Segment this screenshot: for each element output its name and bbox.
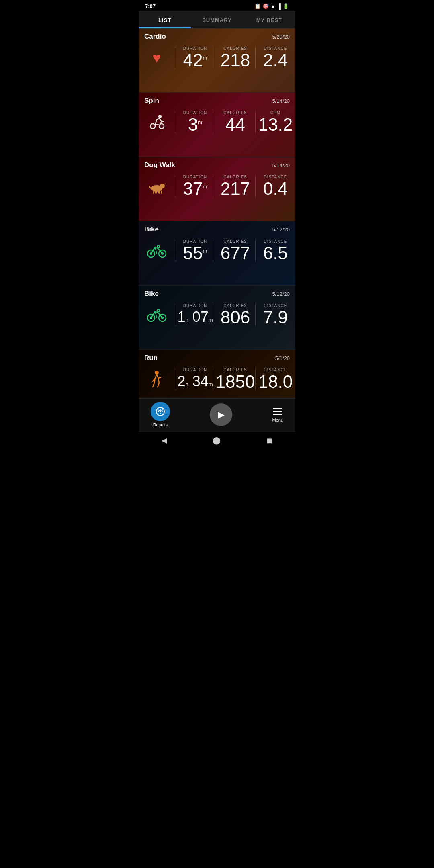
activity-icon-spin: [139, 111, 175, 133]
location-icon: 🎯: [262, 3, 269, 9]
menu-icon: [273, 407, 282, 416]
activity-icon-run: [139, 368, 175, 391]
activity-name-run: Run: [144, 354, 158, 362]
stat-calories-spin: CALORIES 44: [215, 111, 255, 133]
svg-point-19: [155, 371, 159, 375]
stat-distance-bike1: DISTANCE 6.5: [255, 239, 295, 262]
stat-duration-dogwalk: DURATION 37m: [175, 175, 215, 198]
activity-name-bike1: Bike: [144, 225, 159, 233]
stat-duration-run: DURATION 2h 34m: [175, 368, 215, 391]
stat-cpm-spin: CPM 13.2: [255, 111, 295, 133]
android-nav-bar: ◀ ⬤ ◼: [139, 432, 295, 450]
stat-duration-bike1: DURATION 55m: [175, 239, 215, 262]
tab-summary[interactable]: SUMMARY: [191, 11, 243, 28]
stat-calories-bike2: CALORIES 806: [215, 303, 255, 326]
activity-icon-bike1: [139, 239, 175, 262]
stat-duration-bike2: DURATION 1h 07m: [175, 303, 215, 326]
svg-point-0: [158, 115, 162, 118]
stat-distance-dogwalk: DISTANCE 0.4: [255, 175, 295, 198]
status-bar: 7:07 📋 🎯 ▲ ▐ 🔋: [139, 0, 295, 11]
home-button[interactable]: ⬤: [213, 436, 221, 445]
stat-calories-cardio: CALORIES 218: [215, 46, 255, 69]
status-icons: 📋 🎯 ▲ ▐ 🔋: [254, 3, 289, 9]
recents-button[interactable]: ◼: [266, 436, 272, 445]
tab-bar: LIST SUMMARY MY BEST: [139, 11, 295, 29]
svg-rect-8: [161, 191, 162, 194]
play-button[interactable]: ▶: [210, 403, 232, 426]
stat-calories-dogwalk: CALORIES 217: [215, 175, 255, 198]
svg-point-13: [157, 245, 160, 248]
signal-icon: ▐: [277, 3, 281, 9]
activity-icon-cardio: ♥: [139, 46, 175, 69]
svg-rect-5: [153, 191, 154, 194]
tab-mybest[interactable]: MY BEST: [243, 11, 295, 28]
activity-name-spin: Spin: [144, 97, 159, 105]
nav-results[interactable]: Results: [151, 402, 170, 427]
stat-duration-cardio: DURATION 42m: [175, 46, 215, 69]
svg-rect-6: [155, 191, 157, 194]
activity-name-dogwalk: Dog Walk: [144, 161, 175, 169]
tab-list[interactable]: LIST: [139, 11, 191, 28]
activity-run[interactable]: Run 5/1/20 DURATION 2h 34m CALORIES 1850: [139, 350, 295, 398]
activity-date-spin: 5/14/20: [272, 98, 290, 104]
activity-date-cardio: 5/29/20: [272, 34, 290, 40]
stat-distance-bike2: DISTANCE 7.9: [255, 303, 295, 326]
activity-icon-dogwalk: [139, 175, 175, 198]
activity-name-cardio: Cardio: [144, 33, 166, 41]
svg-rect-7: [158, 191, 160, 194]
menu-label: Menu: [272, 418, 283, 422]
activity-date-run: 5/1/20: [275, 355, 290, 361]
activity-icon-bike2: [139, 303, 175, 326]
stat-distance-run: DISTANCE 18.0: [255, 368, 295, 391]
activity-date-dogwalk: 5/14/20: [272, 162, 290, 168]
stat-calories-bike1: CALORIES 677: [215, 239, 255, 262]
wifi-icon: ▲: [270, 3, 276, 9]
status-time: 7:07: [145, 3, 156, 9]
activity-dogwalk[interactable]: Dog Walk 5/14/20 DURATION 37m: [139, 157, 295, 221]
nav-menu[interactable]: Menu: [272, 407, 283, 422]
results-icon: [151, 402, 170, 421]
stat-calories-run: CALORIES 1850: [215, 368, 255, 391]
activity-bike2[interactable]: Bike 5/12/20 DURATION 1h 07m: [139, 286, 295, 350]
svg-point-1: [150, 124, 155, 129]
stat-duration-spin: DURATION 3m: [175, 111, 215, 133]
results-label: Results: [153, 422, 168, 427]
notification-icon: 📋: [254, 3, 261, 9]
battery-icon: 🔋: [283, 3, 289, 9]
svg-point-21: [160, 411, 161, 412]
activity-date-bike2: 5/12/20: [272, 291, 290, 297]
activity-name-bike2: Bike: [144, 290, 159, 298]
activity-bike1[interactable]: Bike 5/12/20 DURATION 55m CALO: [139, 221, 295, 286]
activity-date-bike1: 5/12/20: [272, 227, 290, 233]
stat-distance-cardio: DISTANCE 2.4: [255, 46, 295, 69]
activity-cardio[interactable]: Cardio 5/29/20 ♥ DURATION 42m CALORIES 2…: [139, 29, 295, 93]
bottom-nav: Results ▶ Menu: [139, 398, 295, 432]
activity-spin[interactable]: Spin 5/14/20 DURATION 3m CALORIES: [139, 93, 295, 157]
back-button[interactable]: ◀: [162, 436, 167, 445]
svg-point-18: [157, 309, 160, 312]
